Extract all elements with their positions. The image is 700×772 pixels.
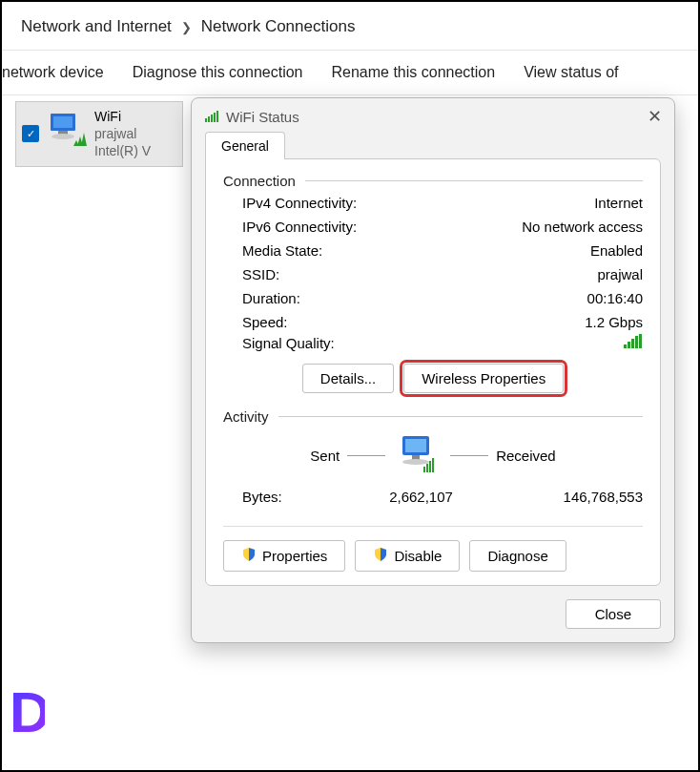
dialog-panel: Connection IPv4 Connectivity:Internet IP… xyxy=(205,158,661,586)
breadcrumb: Network and Internet ❯ Network Connectio… xyxy=(2,2,698,50)
tab-general[interactable]: General xyxy=(205,132,285,159)
adapter-item-wifi[interactable]: ✓ WiFi prajwal Intel(R) V xyxy=(15,101,183,167)
bytes-sent-value: 2,662,107 xyxy=(347,489,495,505)
ipv4-value: Internet xyxy=(594,195,643,211)
close-icon[interactable]: ✕ xyxy=(644,106,665,127)
dialog-title: WiFi Status xyxy=(226,109,644,125)
signal-bars-icon xyxy=(205,110,218,123)
svg-rect-4 xyxy=(205,118,207,122)
toolbar-rename[interactable]: Rename this connection xyxy=(332,64,496,81)
svg-rect-15 xyxy=(405,439,426,452)
svg-rect-1 xyxy=(53,116,72,128)
checkbox-checked-icon[interactable]: ✓ xyxy=(22,125,39,142)
svg-rect-18 xyxy=(423,467,425,472)
svg-rect-9 xyxy=(624,344,627,348)
shield-icon xyxy=(373,547,388,565)
wireless-properties-button[interactable]: Wireless Properties xyxy=(403,364,564,393)
computer-icon xyxy=(393,434,443,477)
toolbar-network-device[interactable]: network device xyxy=(2,64,104,81)
chevron-right-icon: ❯ xyxy=(181,20,192,34)
ipv6-label: IPv6 Connectivity: xyxy=(242,219,357,235)
ipv4-label: IPv4 Connectivity: xyxy=(242,195,357,211)
duration-value: 00:16:40 xyxy=(587,290,643,306)
network-adapter-icon xyxy=(45,108,91,154)
svg-rect-11 xyxy=(631,339,634,348)
signal-quality-label: Signal Quality: xyxy=(242,335,335,351)
received-label: Received xyxy=(496,448,556,464)
speed-label: Speed: xyxy=(242,314,288,330)
properties-button[interactable]: Properties xyxy=(223,540,345,572)
properties-button-label: Properties xyxy=(262,548,327,564)
svg-rect-21 xyxy=(432,458,434,472)
signal-bars-icon xyxy=(624,334,643,352)
svg-rect-19 xyxy=(426,464,428,472)
media-state-value: Enabled xyxy=(590,242,643,259)
svg-rect-5 xyxy=(208,116,210,122)
svg-point-3 xyxy=(51,134,74,139)
disable-button[interactable]: Disable xyxy=(355,540,460,572)
svg-rect-13 xyxy=(639,334,642,348)
svg-rect-6 xyxy=(211,115,213,122)
svg-rect-8 xyxy=(216,111,218,122)
close-button[interactable]: Close xyxy=(566,599,661,629)
wifi-status-dialog: WiFi Status ✕ General Connection IPv4 Co… xyxy=(191,97,675,643)
sent-label: Sent xyxy=(310,448,340,464)
duration-label: Duration: xyxy=(242,290,300,306)
bytes-received-value: 146,768,553 xyxy=(495,489,643,505)
toolbar-view-status[interactable]: View status of xyxy=(524,64,618,81)
breadcrumb-current[interactable]: Network Connections xyxy=(201,17,356,36)
svg-rect-12 xyxy=(635,336,638,348)
bytes-label: Bytes: xyxy=(242,489,347,505)
details-button[interactable]: Details... xyxy=(302,364,394,393)
disable-button-label: Disable xyxy=(394,548,442,564)
watermark-logo: D xyxy=(10,679,45,745)
shield-icon xyxy=(241,547,257,565)
activity-graphic: Sent Received xyxy=(223,434,643,477)
toolbar: network device Diagnose this connection … xyxy=(2,50,698,95)
connection-group-label: Connection xyxy=(223,173,643,189)
svg-rect-10 xyxy=(628,342,630,348)
svg-rect-7 xyxy=(214,113,216,122)
adapter-ssid: prajwal xyxy=(94,125,151,142)
svg-rect-20 xyxy=(429,461,431,472)
breadcrumb-parent[interactable]: Network and Internet xyxy=(21,17,172,36)
ipv6-value: No network access xyxy=(522,219,643,235)
activity-group-label: Activity xyxy=(223,408,643,425)
adapter-name: WiFi xyxy=(94,108,151,125)
svg-point-17 xyxy=(402,459,429,465)
ssid-label: SSID: xyxy=(242,266,279,282)
adapter-driver: Intel(R) V xyxy=(94,142,151,159)
dialog-titlebar: WiFi Status ✕ xyxy=(192,98,674,131)
media-state-label: Media State: xyxy=(242,242,322,259)
ssid-value: prajwal xyxy=(597,266,643,282)
speed-value: 1.2 Gbps xyxy=(585,314,643,330)
toolbar-diagnose[interactable]: Diagnose this connection xyxy=(133,64,303,81)
diagnose-button[interactable]: Diagnose xyxy=(469,540,566,572)
